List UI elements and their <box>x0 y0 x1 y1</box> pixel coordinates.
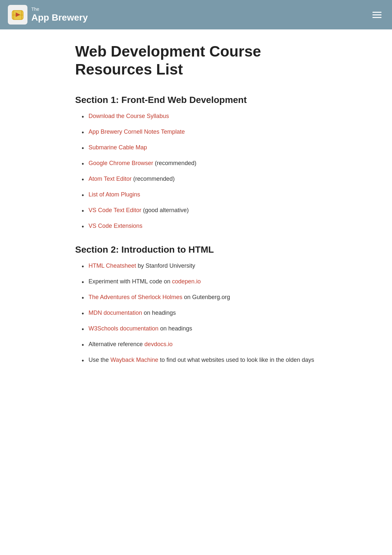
list-item: Atom Text Editor (recommended) <box>82 175 317 184</box>
google-chrome-suffix: (recommended) <box>153 159 196 168</box>
wayback-suffix: to find out what websites used to look l… <box>158 356 314 364</box>
wayback-machine-link[interactable]: Wayback Machine <box>110 356 158 364</box>
atom-editor-suffix: (recommended) <box>132 175 175 183</box>
section2-list: HTML Cheatsheet by Stanford University E… <box>75 261 317 365</box>
html-cheatsheet-suffix: by Stanford University <box>136 261 195 270</box>
list-item: App Brewery Cornell Notes Template <box>82 127 317 137</box>
site-header: The App Brewery <box>0 0 392 29</box>
codepen-prefix: Experiment with HTML code on <box>89 277 172 286</box>
list-item: HTML Cheatsheet by Stanford University <box>82 261 317 271</box>
logo-group: The App Brewery <box>8 5 88 25</box>
list-item: W3Schools documentation on headings <box>82 324 317 334</box>
list-item: List of Atom Plugins <box>82 190 317 200</box>
html-cheatsheet-link[interactable]: HTML Cheatsheet <box>89 261 136 270</box>
page-title: Web Development Course Resources List <box>75 42 317 78</box>
vscode-link[interactable]: VS Code Text Editor <box>89 206 141 215</box>
devdocs-prefix: Alternative reference <box>89 340 144 349</box>
header-brand-label: App Brewery <box>31 12 88 23</box>
list-item: Experiment with HTML code on codepen.io <box>82 277 317 287</box>
list-item: Use the Wayback Machine to find out what… <box>82 356 317 365</box>
hamburger-line-1 <box>372 12 382 13</box>
vscode-extensions-link[interactable]: VS Code Extensions <box>89 222 142 230</box>
list-item: VS Code Text Editor (good alternative) <box>82 206 317 216</box>
header-the-label: The <box>31 7 88 12</box>
atom-editor-link[interactable]: Atom Text Editor <box>89 175 132 183</box>
list-item: VS Code Extensions <box>82 222 317 231</box>
hamburger-line-2 <box>372 14 382 15</box>
w3schools-suffix: on headings <box>158 324 192 333</box>
hamburger-line-3 <box>372 17 382 18</box>
sherlock-suffix: on Gutenberg.org <box>182 293 230 302</box>
wayback-prefix: Use the <box>89 356 110 364</box>
cornell-notes-link[interactable]: App Brewery Cornell Notes Template <box>89 127 185 136</box>
list-item: Alternative reference devdocs.io <box>82 340 317 350</box>
list-item: Submarine Cable Map <box>82 143 317 153</box>
logo-icon <box>8 5 27 25</box>
devdocs-link[interactable]: devdocs.io <box>144 340 172 349</box>
submarine-cable-map-link[interactable]: Submarine Cable Map <box>89 143 147 152</box>
google-chrome-link[interactable]: Google Chrome Browser <box>89 159 153 168</box>
hamburger-menu-button[interactable] <box>370 9 384 21</box>
section1-title: Section 1: Front-End Web Development <box>75 95 317 105</box>
atom-plugins-link[interactable]: List of Atom Plugins <box>89 190 140 199</box>
w3schools-headings-link[interactable]: W3Schools documentation <box>89 324 158 333</box>
section2-title: Section 2: Introduction to HTML <box>75 244 317 255</box>
list-item: Download the Course Syllabus <box>82 112 317 122</box>
main-content: Web Development Course Resources List Se… <box>56 29 336 398</box>
sherlock-holmes-link[interactable]: The Adventures of Sherlock Holmes <box>89 293 182 302</box>
list-item: The Adventures of Sherlock Holmes on Gut… <box>82 293 317 303</box>
list-item: Google Chrome Browser (recommended) <box>82 159 317 169</box>
section1-list: Download the Course Syllabus App Brewery… <box>75 112 317 231</box>
vscode-suffix: (good alternative) <box>141 206 189 215</box>
logo-svg-graphic <box>9 7 26 23</box>
mdn-headings-link[interactable]: MDN documentation <box>89 309 142 317</box>
mdn-suffix: on headings <box>142 309 176 317</box>
list-item: MDN documentation on headings <box>82 309 317 318</box>
codepen-link[interactable]: codepen.io <box>172 277 201 286</box>
brand-name: The App Brewery <box>31 7 88 23</box>
download-syllabus-link[interactable]: Download the Course Syllabus <box>89 112 169 121</box>
